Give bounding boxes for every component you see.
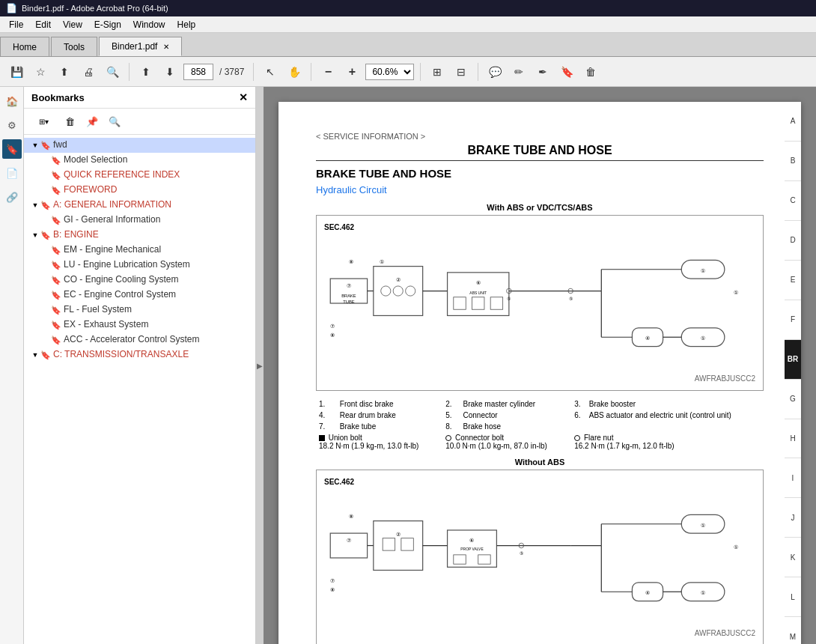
- menu-window[interactable]: Window: [127, 18, 171, 31]
- index-tab-BR[interactable]: BR: [785, 340, 801, 380]
- bookmark-engine-section[interactable]: ▼ 🔖 B: ENGINE: [24, 228, 255, 243]
- index-tab-I[interactable]: I: [785, 458, 801, 498]
- menu-file[interactable]: File: [3, 18, 29, 31]
- index-tab-J[interactable]: J: [785, 498, 801, 538]
- expand-model-toggle[interactable]: [40, 154, 51, 166]
- bookmark-ec[interactable]: 🔖 EC - Engine Control System: [24, 288, 255, 303]
- expand-qr-toggle[interactable]: [40, 169, 51, 181]
- bookmark-acc[interactable]: 🔖 ACC - Accelerator Control System: [24, 332, 255, 347]
- bookmark-new-button[interactable]: 📌: [82, 112, 102, 131]
- bookmark-gi[interactable]: 🔖 GI - General Information: [24, 213, 255, 228]
- page-number-input[interactable]: [183, 64, 213, 80]
- bookmark-quick-reference[interactable]: 🔖 QUICK REFERENCE INDEX: [24, 168, 255, 183]
- fit-width-button[interactable]: ⊟: [451, 61, 472, 82]
- menu-view[interactable]: View: [57, 18, 88, 31]
- tab-home[interactable]: Home: [0, 37, 49, 56]
- expand-acc-toggle[interactable]: [40, 334, 51, 346]
- bookmark-search-button[interactable]: 🔍: [105, 112, 124, 131]
- menu-help[interactable]: Help: [171, 18, 202, 31]
- nav-link-icon[interactable]: 🔗: [2, 187, 22, 207]
- stamp-button[interactable]: 🔖: [556, 61, 577, 82]
- zoom-out-button[interactable]: −: [317, 61, 338, 82]
- nav-home-icon[interactable]: 🏠: [2, 91, 22, 111]
- tab-tools[interactable]: Tools: [51, 37, 97, 56]
- zoom-select[interactable]: 60.6% 50% 75% 100%: [365, 64, 414, 80]
- tab-close-button[interactable]: ✕: [163, 43, 169, 51]
- sidebar-resize-handle[interactable]: ▶: [256, 87, 264, 644]
- expand-lu-toggle[interactable]: [40, 259, 51, 271]
- expand-em-toggle[interactable]: [40, 244, 51, 256]
- index-tab-L[interactable]: L: [785, 577, 801, 617]
- expand-engine-section-toggle[interactable]: ▼: [30, 229, 40, 241]
- expand-gi-toggle[interactable]: [40, 214, 51, 226]
- index-tab-C[interactable]: C: [785, 181, 801, 221]
- index-tab-A[interactable]: A: [785, 102, 801, 142]
- index-tab-F[interactable]: F: [785, 300, 801, 340]
- bookmark-transmission-section[interactable]: ▼ 🔖 C: TRANSMISSION/TRANSAXLE: [24, 347, 255, 362]
- delete-button[interactable]: 🗑: [580, 61, 601, 82]
- bookmark-em-label: EM - Engine Mechanical: [64, 244, 252, 256]
- bookmark-lu[interactable]: 🔖 LU - Engine Lubrication System: [24, 258, 255, 273]
- expand-fw-toggle[interactable]: [40, 184, 51, 196]
- bookmark-gi-icon: 🔖: [51, 214, 61, 226]
- bookmark-general-info-section[interactable]: ▼ 🔖 A: GENERAL INFORMATION: [24, 198, 255, 213]
- expand-fwd-toggle[interactable]: ▼: [30, 139, 40, 151]
- zoom-in-button[interactable]: +: [341, 61, 362, 82]
- search-button[interactable]: 🔍: [102, 61, 123, 82]
- index-tab-M[interactable]: M: [785, 617, 801, 644]
- prev-page-button[interactable]: ⬆: [136, 61, 156, 82]
- bookmarks-list: ▼ 🔖 fwd 🔖 Model Selection 🔖 QUICK REFERE…: [24, 135, 255, 644]
- menu-esign[interactable]: E-Sign: [88, 18, 127, 31]
- nav-tools-icon[interactable]: ⚙: [2, 115, 22, 135]
- app-icon: 📄: [6, 3, 17, 13]
- bookmark-delete-button[interactable]: 🗑: [60, 112, 79, 131]
- index-tab-B[interactable]: B: [785, 142, 801, 181]
- sidebar-close-button[interactable]: ✕: [239, 91, 248, 103]
- tab-binder[interactable]: Binder1.pdf ✕: [99, 37, 182, 56]
- bookmark-foreword[interactable]: 🔖 FOREWORD: [24, 183, 255, 198]
- print-button[interactable]: 🖨: [78, 61, 99, 82]
- svg-rect-43: [383, 538, 395, 550]
- separator-4: [420, 63, 421, 81]
- part1-name8: Brake hose: [460, 421, 571, 432]
- expand-trans-section-toggle[interactable]: ▼: [30, 349, 40, 361]
- next-page-button[interactable]: ⬇: [159, 61, 180, 82]
- expand-gi-section-toggle[interactable]: ▼: [30, 199, 40, 211]
- index-tab-H[interactable]: H: [785, 419, 801, 459]
- expand-fl-toggle[interactable]: [40, 304, 51, 316]
- bookmark-fwd[interactable]: ▼ 🔖 fwd: [24, 138, 255, 153]
- bookmark-fl[interactable]: 🔖 FL - Fuel System: [24, 303, 255, 318]
- bookmark-ex[interactable]: 🔖 EX - Exhaust System: [24, 318, 255, 332]
- hand-tool[interactable]: ✋: [284, 61, 305, 82]
- index-tab-E[interactable]: E: [785, 261, 801, 300]
- index-tab-D[interactable]: D: [785, 221, 801, 261]
- index-tab-G[interactable]: G: [785, 380, 801, 419]
- svg-text:①: ①: [734, 290, 738, 295]
- highlight-button[interactable]: ✏: [508, 61, 529, 82]
- save-button[interactable]: 💾: [6, 61, 27, 82]
- bookmark-em[interactable]: 🔖 EM - Engine Mechanical: [24, 243, 255, 258]
- nav-bookmarks-icon[interactable]: 🔖: [2, 139, 22, 159]
- menu-edit[interactable]: Edit: [29, 18, 57, 31]
- upload-button[interactable]: ⬆: [54, 61, 75, 82]
- right-index-tabs: A B C D E F BR G H I J K L M N O P: [785, 102, 801, 644]
- diagram2-caption: Without ABS: [316, 458, 764, 467]
- diagram2-watermark: AWFRABJUSCC2: [324, 629, 755, 637]
- expand-co-toggle[interactable]: [40, 274, 51, 286]
- bookmark-button[interactable]: ☆: [30, 61, 51, 82]
- expand-ex-toggle[interactable]: [40, 319, 51, 331]
- bookmark-expand-button[interactable]: ⊞▾: [30, 112, 57, 131]
- comment-button[interactable]: 💬: [484, 61, 505, 82]
- toolbar: 💾 ☆ ⬆ 🖨 🔍 ⬆ ⬇ / 3787 ↖ ✋ − + 60.6% 50% 7…: [0, 57, 816, 87]
- parts-table-1: 1. Front disc brake 2. Brake master cyli…: [316, 398, 764, 452]
- pointer-tool[interactable]: ↖: [260, 61, 281, 82]
- document-area[interactable]: A B C D E F BR G H I J K L M N O P < SER…: [264, 87, 816, 644]
- bookmark-co[interactable]: 🔖 CO - Engine Cooling System: [24, 273, 255, 288]
- index-tab-K[interactable]: K: [785, 538, 801, 577]
- bookmark-model-selection[interactable]: 🔖 Model Selection: [24, 153, 255, 168]
- fit-page-button[interactable]: ⊞: [427, 61, 448, 82]
- draw-button[interactable]: ✒: [532, 61, 553, 82]
- part1-name6: ABS actuator and electric unit (control …: [586, 410, 764, 421]
- expand-ec-toggle[interactable]: [40, 289, 51, 301]
- nav-pages-icon[interactable]: 📄: [2, 163, 22, 183]
